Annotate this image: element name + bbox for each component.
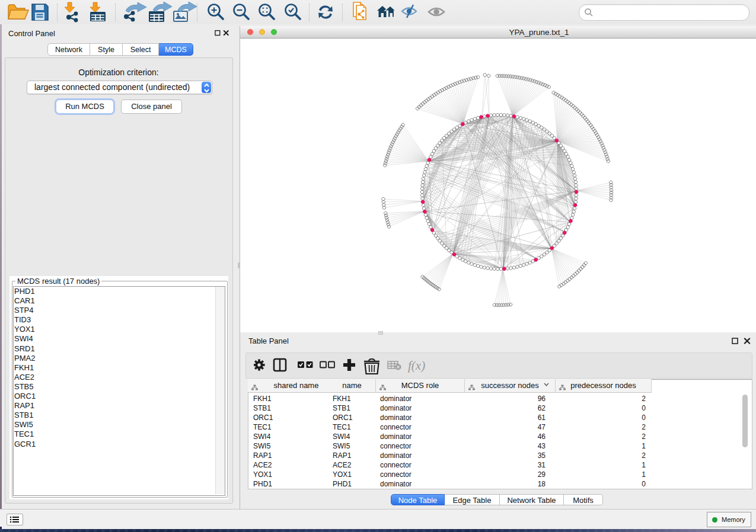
- svg-text:f(x): f(x): [408, 358, 425, 373]
